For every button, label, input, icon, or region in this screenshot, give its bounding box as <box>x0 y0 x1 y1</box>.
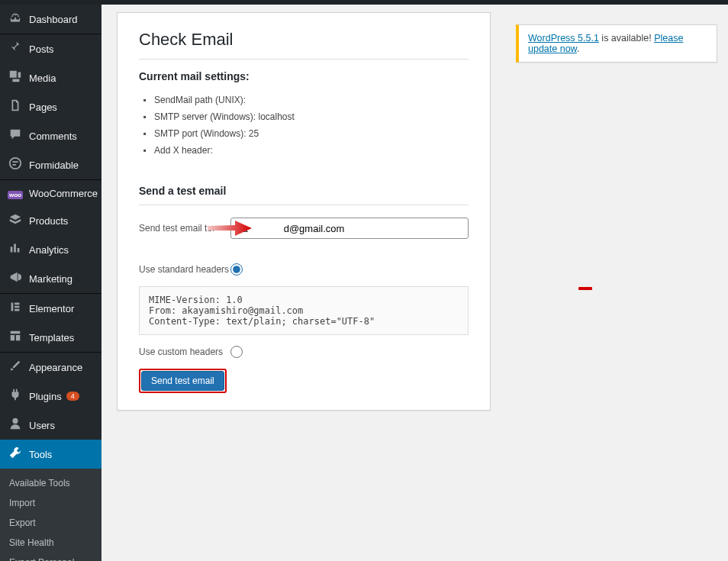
sidebar-item-marketing[interactable]: Marketing <box>0 264 101 293</box>
sidebar-item-label: Plugins <box>29 391 62 402</box>
submenu-available-tools[interactable]: Available Tools <box>0 473 101 493</box>
sidebar-item-plugins[interactable]: Plugins 4 <box>0 382 101 411</box>
use-custom-headers-label: Use custom headers <box>139 347 230 357</box>
submenu-export-personal-data[interactable]: Export Personal Data <box>0 553 101 561</box>
templates-icon <box>8 329 23 346</box>
plugin-icon <box>8 388 23 405</box>
tools-submenu: Available Tools Import Export Site Healt… <box>0 469 101 561</box>
sidebar-item-label: Users <box>29 420 55 431</box>
sidebar-item-label: WooCommerce <box>29 188 98 199</box>
sidebar-item-pages[interactable]: Pages <box>0 92 101 121</box>
sidebar-item-label: Pages <box>29 102 57 113</box>
submenu-import[interactable]: Import <box>0 493 101 513</box>
admin-sidebar: Dashboard Posts Media Pages Comments For… <box>0 5 101 561</box>
send-test-email-heading: Send a test email <box>139 185 469 205</box>
sidebar-item-analytics[interactable]: Analytics <box>0 235 101 264</box>
use-standard-headers-row: Use standard headers <box>139 263 469 276</box>
setting-smtp-server: SMTP server (Windows): localhost <box>154 108 469 125</box>
sidebar-item-label: Media <box>29 73 56 84</box>
submenu-site-health[interactable]: Site Health <box>0 533 101 553</box>
sidebar-item-label: Appearance <box>29 362 82 373</box>
use-standard-headers-label: Use standard headers <box>139 264 230 275</box>
page-title: Check Email <box>139 30 469 60</box>
sidebar-item-media[interactable]: Media <box>0 63 101 92</box>
sidebar-item-comments[interactable]: Comments <box>0 121 101 150</box>
red-annotation-mark <box>578 287 592 290</box>
comments-icon <box>8 127 23 144</box>
svg-point-0 <box>10 158 21 169</box>
setting-add-x-header: Add X header: <box>154 142 469 159</box>
megaphone-icon <box>8 270 23 287</box>
content-area: Check Email Current mail settings: SendM… <box>101 5 728 561</box>
standard-headers-preview: MIME-Version: 1.0 From: akayamishiro@gma… <box>139 286 469 335</box>
setting-sendmail-path: SendMail path (UNIX): <box>154 92 469 108</box>
wp-version-link[interactable]: WordPress 5.5.1 <box>528 33 599 44</box>
sidebar-item-label: Analytics <box>29 244 69 256</box>
sidebar-item-label: Posts <box>29 44 54 55</box>
products-icon <box>8 212 23 229</box>
sidebar-item-templates[interactable]: Templates <box>0 323 101 352</box>
sidebar-item-label: Tools <box>29 449 52 460</box>
submenu-export[interactable]: Export <box>0 513 101 533</box>
mail-settings-list: SendMail path (UNIX): SMTP server (Windo… <box>139 89 469 166</box>
formidable-icon <box>8 156 23 173</box>
setting-smtp-port: SMTP port (Windows): 25 <box>154 125 469 142</box>
wrench-icon <box>8 446 23 463</box>
red-arrow-annotation <box>208 219 253 237</box>
check-email-panel: Check Email Current mail settings: SendM… <box>117 12 491 411</box>
sidebar-item-label: Products <box>29 215 68 227</box>
sidebar-item-label: Marketing <box>29 273 72 285</box>
sidebar-item-label: Elementor <box>29 303 74 314</box>
elementor-icon <box>8 300 23 317</box>
sidebar-item-label: Templates <box>29 332 74 343</box>
plugins-update-badge: 4 <box>66 392 79 401</box>
wp-update-notice: WordPress 5.5.1 is available! Please upd… <box>516 24 717 63</box>
svg-marker-8 <box>208 221 252 236</box>
sidebar-item-products[interactable]: Products <box>0 206 101 235</box>
sidebar-item-label: Dashboard <box>29 14 78 25</box>
sidebar-item-label: Comments <box>29 131 77 142</box>
sidebar-item-tools[interactable]: Tools <box>0 440 101 469</box>
media-icon <box>8 69 23 86</box>
sidebar-item-users[interactable]: Users <box>0 411 101 440</box>
use-custom-headers-radio[interactable] <box>230 346 243 358</box>
sidebar-item-woocommerce[interactable]: woo WooCommerce <box>0 180 101 206</box>
current-mail-settings-heading: Current mail settings: <box>139 70 469 82</box>
sidebar-item-appearance[interactable]: Appearance <box>0 353 101 382</box>
test-email-input[interactable] <box>230 218 469 239</box>
brush-icon <box>8 359 23 376</box>
sidebar-item-formidable[interactable]: Formidable <box>0 150 101 179</box>
wp-available-text: is available! <box>599 33 654 44</box>
pushpin-icon <box>8 40 23 57</box>
users-icon <box>8 417 23 434</box>
send-test-email-button[interactable]: Send test email <box>141 371 224 391</box>
dashboard-icon <box>8 11 23 27</box>
pages-icon <box>8 98 23 115</box>
woocommerce-icon: woo <box>8 186 23 200</box>
sidebar-item-dashboard[interactable]: Dashboard <box>0 5 101 34</box>
sidebar-item-elementor[interactable]: Elementor <box>0 294 101 323</box>
use-custom-headers-row: Use custom headers <box>139 346 469 358</box>
send-to-row: Send test email to: <box>139 218 469 239</box>
send-button-highlight: Send test email <box>139 369 227 393</box>
sidebar-item-posts[interactable]: Posts <box>0 34 101 63</box>
sidebar-item-label: Formidable <box>29 160 79 171</box>
analytics-icon <box>8 241 23 258</box>
use-standard-headers-radio[interactable] <box>230 263 243 276</box>
